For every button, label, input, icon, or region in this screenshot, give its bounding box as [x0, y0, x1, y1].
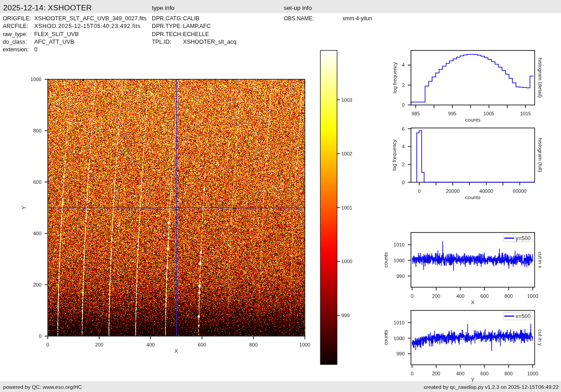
svg-text:0: 0 [401, 102, 404, 108]
svg-text:Y: Y [21, 206, 26, 210]
svg-text:2: 2 [401, 162, 404, 167]
svg-text:XSHOO.2025-12-15T05:40:23.492.: XSHOO.2025-12-15T05:40:23.492.fits [34, 23, 141, 29]
svg-text:0: 0 [38, 333, 41, 339]
svg-text:4: 4 [401, 144, 404, 149]
svg-text:999: 999 [342, 313, 350, 318]
svg-text:do_class:: do_class: [3, 39, 27, 45]
svg-text:60000: 60000 [513, 188, 527, 194]
svg-text:counts: counts [465, 195, 480, 200]
svg-text:600: 600 [480, 293, 488, 298]
svg-text:0: 0 [46, 342, 49, 347]
svg-text:1000: 1000 [393, 335, 404, 341]
svg-text:ARCFILE:: ARCFILE: [3, 23, 28, 29]
svg-text:cut in y: cut in y [538, 329, 543, 346]
svg-text:log frequency: log frequency [392, 139, 397, 170]
svg-text:1000: 1000 [393, 257, 404, 263]
svg-text:400: 400 [33, 231, 41, 236]
svg-text:2: 2 [401, 82, 404, 88]
svg-text:powered by QC: www.eso.org/HC: powered by QC: www.eso.org/HC [3, 384, 82, 390]
svg-text:X: X [174, 348, 178, 354]
svg-text:990: 990 [396, 273, 404, 278]
svg-text:1010: 1010 [393, 242, 404, 247]
svg-text:LAMP,AFC: LAMP,AFC [183, 23, 211, 29]
svg-text:800: 800 [33, 128, 41, 133]
svg-text:1015: 1015 [520, 111, 530, 116]
svg-text:1000: 1000 [527, 370, 538, 376]
svg-text:Y: Y [471, 377, 474, 382]
svg-text:DPR.CATG:: DPR.CATG: [152, 15, 182, 22]
svg-text:DPR.TYPE:: DPR.TYPE: [152, 23, 182, 29]
svg-text:0: 0 [418, 188, 420, 194]
svg-text:set-up info: set-up info [284, 5, 312, 11]
svg-text:cut in x: cut in x [538, 251, 543, 268]
svg-text:600: 600 [198, 342, 206, 347]
svg-text:counts: counts [383, 252, 388, 267]
svg-text:6: 6 [401, 126, 404, 132]
svg-text:200: 200 [95, 342, 103, 347]
svg-text:y=500: y=500 [515, 235, 530, 241]
svg-text:counts: counts [465, 117, 480, 123]
svg-text:0: 0 [401, 180, 404, 185]
svg-text:600: 600 [480, 370, 488, 376]
svg-text:type info: type info [152, 5, 174, 11]
svg-text:x=500: x=500 [515, 313, 530, 319]
svg-text:created by qc_rawdisp.py v1.2.: created by qc_rawdisp.py v1.2.3 on 2025-… [424, 384, 559, 390]
svg-text:1000: 1000 [342, 259, 352, 264]
svg-text:400: 400 [456, 370, 464, 376]
svg-text:800: 800 [504, 370, 512, 376]
svg-text:4: 4 [401, 62, 404, 68]
svg-text:xmm-4-yilun: xmm-4-yilun [342, 15, 372, 22]
svg-text:0: 0 [410, 293, 413, 298]
svg-text:raw_type:: raw_type: [3, 31, 27, 37]
svg-text:X: X [471, 299, 474, 305]
svg-text:20000: 20000 [446, 188, 460, 194]
svg-text:1000: 1000 [527, 293, 538, 298]
svg-text:CALIB: CALIB [183, 15, 200, 22]
svg-text:1000: 1000 [299, 342, 310, 347]
svg-text:counts: counts [383, 330, 388, 345]
svg-text:400: 400 [456, 293, 464, 298]
svg-text:200: 200 [432, 370, 440, 376]
svg-text:histogram (full): histogram (full) [538, 138, 543, 172]
svg-text:FLEX_SLIT_UVB: FLEX_SLIT_UVB [34, 31, 79, 37]
svg-text:800: 800 [504, 293, 512, 298]
svg-text:200: 200 [432, 293, 440, 298]
svg-text:TPL.ID:: TPL.ID: [152, 39, 171, 45]
svg-text:0: 0 [410, 370, 413, 376]
svg-text:985: 985 [411, 111, 420, 116]
svg-text:histogram (detail): histogram (detail) [538, 58, 543, 98]
svg-text:600: 600 [33, 179, 41, 185]
svg-text:40000: 40000 [479, 188, 493, 194]
svg-text:extension:: extension: [3, 46, 29, 53]
svg-text:990: 990 [396, 351, 404, 356]
svg-text:DPR.TECH:: DPR.TECH: [152, 31, 182, 37]
svg-text:1000: 1000 [30, 77, 41, 82]
svg-text:1002: 1002 [342, 151, 352, 156]
svg-text:AFC_ATT_UVB: AFC_ATT_UVB [34, 39, 74, 45]
svg-text:0: 0 [34, 46, 37, 53]
svg-text:XSHOOTER_SLT_AFC_UVB_349_0027.: XSHOOTER_SLT_AFC_UVB_349_0027.fits [34, 15, 146, 22]
svg-text:log frequency: log frequency [392, 62, 397, 93]
svg-text:995: 995 [448, 111, 456, 116]
svg-text:400: 400 [146, 342, 155, 347]
svg-text:1010: 1010 [393, 319, 404, 325]
svg-text:2025-12-14: XSHOOTER: 2025-12-14: XSHOOTER [3, 4, 92, 12]
svg-text:ECHELLE: ECHELLE [183, 31, 209, 37]
svg-text:200: 200 [33, 282, 41, 287]
svg-text:1005: 1005 [483, 111, 494, 116]
svg-text:1003: 1003 [342, 97, 352, 103]
svg-text:800: 800 [249, 342, 257, 347]
svg-text:ORIGFILE:: ORIGFILE: [3, 15, 31, 22]
svg-text:1001: 1001 [342, 205, 352, 210]
svg-text:XSHOOTER_slt_acq: XSHOOTER_slt_acq [183, 39, 236, 45]
svg-text:OBS.NAME:: OBS.NAME: [284, 15, 314, 22]
